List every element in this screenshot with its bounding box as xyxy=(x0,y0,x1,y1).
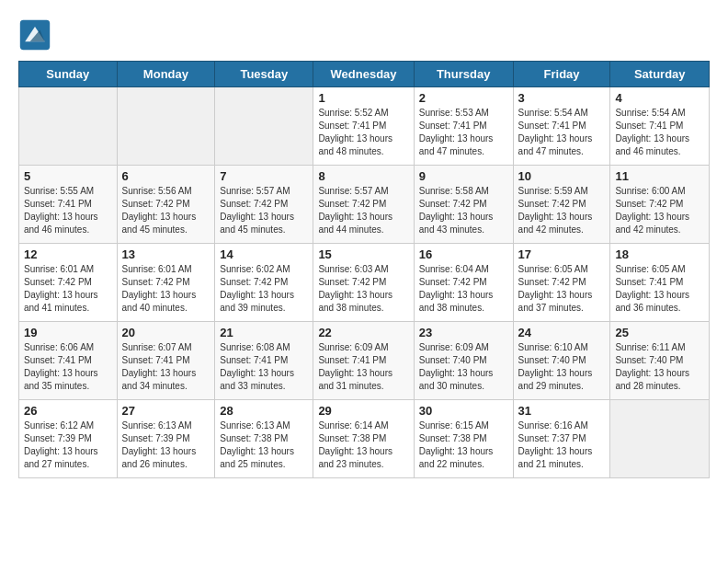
calendar-cell: 21Sunrise: 6:08 AM Sunset: 7:41 PM Dayli… xyxy=(215,322,313,400)
calendar-cell: 31Sunrise: 6:16 AM Sunset: 7:37 PM Dayli… xyxy=(513,400,610,478)
day-number: 31 xyxy=(518,404,606,418)
day-info: Sunrise: 6:13 AM Sunset: 7:38 PM Dayligh… xyxy=(220,419,308,471)
page-header xyxy=(18,18,710,52)
day-info: Sunrise: 5:57 AM Sunset: 7:42 PM Dayligh… xyxy=(220,185,308,236)
day-info: Sunrise: 5:58 AM Sunset: 7:42 PM Dayligh… xyxy=(419,185,508,236)
days-header-row: SundayMondayTuesdayWednesdayThursdayFrid… xyxy=(19,62,710,87)
day-number: 6 xyxy=(122,169,210,183)
day-info: Sunrise: 6:16 AM Sunset: 7:37 PM Dayligh… xyxy=(518,419,606,471)
calendar-cell xyxy=(19,87,118,166)
calendar-cell: 2Sunrise: 5:53 AM Sunset: 7:41 PM Daylig… xyxy=(414,87,513,166)
calendar-cell: 29Sunrise: 6:14 AM Sunset: 7:38 PM Dayli… xyxy=(313,400,414,478)
calendar-cell: 9Sunrise: 5:58 AM Sunset: 7:42 PM Daylig… xyxy=(414,166,513,244)
calendar-cell: 13Sunrise: 6:01 AM Sunset: 7:42 PM Dayli… xyxy=(117,244,215,322)
logo xyxy=(18,18,55,52)
day-number: 14 xyxy=(220,247,308,261)
calendar-cell: 4Sunrise: 5:54 AM Sunset: 7:41 PM Daylig… xyxy=(610,87,710,166)
logo-icon xyxy=(18,18,51,52)
day-info: Sunrise: 6:04 AM Sunset: 7:42 PM Dayligh… xyxy=(419,263,508,315)
day-number: 28 xyxy=(220,404,308,418)
day-info: Sunrise: 6:01 AM Sunset: 7:42 PM Dayligh… xyxy=(24,263,112,315)
day-number: 21 xyxy=(220,326,308,339)
week-row-2: 5Sunrise: 5:55 AM Sunset: 7:41 PM Daylig… xyxy=(19,166,710,244)
calendar-cell: 16Sunrise: 6:04 AM Sunset: 7:42 PM Dayli… xyxy=(414,244,513,322)
day-info: Sunrise: 6:11 AM Sunset: 7:40 PM Dayligh… xyxy=(615,341,704,393)
day-number: 11 xyxy=(615,169,704,183)
day-number: 27 xyxy=(122,404,210,418)
day-number: 25 xyxy=(615,326,704,339)
calendar-cell: 18Sunrise: 6:05 AM Sunset: 7:41 PM Dayli… xyxy=(610,244,710,322)
day-number: 24 xyxy=(518,326,606,339)
day-info: Sunrise: 6:15 AM Sunset: 7:38 PM Dayligh… xyxy=(419,419,508,471)
day-info: Sunrise: 5:52 AM Sunset: 7:41 PM Dayligh… xyxy=(318,107,408,158)
day-number: 18 xyxy=(615,247,704,261)
day-info: Sunrise: 6:07 AM Sunset: 7:41 PM Dayligh… xyxy=(122,341,210,393)
calendar-cell: 25Sunrise: 6:11 AM Sunset: 7:40 PM Dayli… xyxy=(610,322,710,400)
day-header-thursday: Thursday xyxy=(414,62,513,87)
calendar-cell xyxy=(117,87,215,166)
day-info: Sunrise: 5:56 AM Sunset: 7:42 PM Dayligh… xyxy=(122,185,210,236)
calendar-cell: 7Sunrise: 5:57 AM Sunset: 7:42 PM Daylig… xyxy=(215,166,313,244)
calendar-cell: 12Sunrise: 6:01 AM Sunset: 7:42 PM Dayli… xyxy=(19,244,118,322)
day-info: Sunrise: 5:57 AM Sunset: 7:42 PM Dayligh… xyxy=(318,185,408,236)
day-number: 26 xyxy=(24,404,112,418)
day-info: Sunrise: 5:55 AM Sunset: 7:41 PM Dayligh… xyxy=(24,185,112,236)
calendar-cell: 17Sunrise: 6:05 AM Sunset: 7:42 PM Dayli… xyxy=(513,244,610,322)
day-info: Sunrise: 6:00 AM Sunset: 7:42 PM Dayligh… xyxy=(615,185,704,236)
day-header-tuesday: Tuesday xyxy=(215,62,313,87)
day-info: Sunrise: 5:54 AM Sunset: 7:41 PM Dayligh… xyxy=(615,107,704,158)
week-row-1: 1Sunrise: 5:52 AM Sunset: 7:41 PM Daylig… xyxy=(19,87,710,166)
day-info: Sunrise: 6:13 AM Sunset: 7:39 PM Dayligh… xyxy=(122,419,210,471)
calendar-cell: 5Sunrise: 5:55 AM Sunset: 7:41 PM Daylig… xyxy=(19,166,118,244)
calendar-cell: 20Sunrise: 6:07 AM Sunset: 7:41 PM Dayli… xyxy=(117,322,215,400)
calendar-cell: 26Sunrise: 6:12 AM Sunset: 7:39 PM Dayli… xyxy=(19,400,118,478)
calendar-cell: 6Sunrise: 5:56 AM Sunset: 7:42 PM Daylig… xyxy=(117,166,215,244)
day-info: Sunrise: 5:54 AM Sunset: 7:41 PM Dayligh… xyxy=(518,107,606,158)
calendar-cell: 14Sunrise: 6:02 AM Sunset: 7:42 PM Dayli… xyxy=(215,244,313,322)
day-number: 15 xyxy=(318,247,408,261)
calendar-cell: 3Sunrise: 5:54 AM Sunset: 7:41 PM Daylig… xyxy=(513,87,610,166)
day-number: 2 xyxy=(419,91,508,105)
week-row-4: 19Sunrise: 6:06 AM Sunset: 7:41 PM Dayli… xyxy=(19,322,710,400)
calendar-cell: 15Sunrise: 6:03 AM Sunset: 7:42 PM Dayli… xyxy=(313,244,414,322)
day-info: Sunrise: 6:09 AM Sunset: 7:40 PM Dayligh… xyxy=(419,341,508,393)
calendar-cell: 24Sunrise: 6:10 AM Sunset: 7:40 PM Dayli… xyxy=(513,322,610,400)
calendar-cell: 23Sunrise: 6:09 AM Sunset: 7:40 PM Dayli… xyxy=(414,322,513,400)
day-info: Sunrise: 6:01 AM Sunset: 7:42 PM Dayligh… xyxy=(122,263,210,315)
day-info: Sunrise: 6:12 AM Sunset: 7:39 PM Dayligh… xyxy=(24,419,112,471)
day-header-monday: Monday xyxy=(117,62,215,87)
day-number: 1 xyxy=(318,91,408,105)
day-number: 4 xyxy=(615,91,704,105)
day-number: 10 xyxy=(518,169,606,183)
calendar-cell xyxy=(610,400,710,478)
day-info: Sunrise: 6:03 AM Sunset: 7:42 PM Dayligh… xyxy=(318,263,408,315)
calendar-cell: 10Sunrise: 5:59 AM Sunset: 7:42 PM Dayli… xyxy=(513,166,610,244)
day-info: Sunrise: 6:05 AM Sunset: 7:42 PM Dayligh… xyxy=(518,263,606,315)
calendar-cell: 11Sunrise: 6:00 AM Sunset: 7:42 PM Dayli… xyxy=(610,166,710,244)
calendar-cell xyxy=(215,87,313,166)
day-header-saturday: Saturday xyxy=(610,62,710,87)
day-info: Sunrise: 6:06 AM Sunset: 7:41 PM Dayligh… xyxy=(24,341,112,393)
calendar-cell: 28Sunrise: 6:13 AM Sunset: 7:38 PM Dayli… xyxy=(215,400,313,478)
day-info: Sunrise: 6:10 AM Sunset: 7:40 PM Dayligh… xyxy=(518,341,606,393)
day-number: 5 xyxy=(24,169,112,183)
day-info: Sunrise: 6:08 AM Sunset: 7:41 PM Dayligh… xyxy=(220,341,308,393)
day-number: 30 xyxy=(419,404,508,418)
calendar-cell: 1Sunrise: 5:52 AM Sunset: 7:41 PM Daylig… xyxy=(313,87,414,166)
day-info: Sunrise: 5:59 AM Sunset: 7:42 PM Dayligh… xyxy=(518,185,606,236)
day-number: 19 xyxy=(24,326,112,339)
day-info: Sunrise: 6:05 AM Sunset: 7:41 PM Dayligh… xyxy=(615,263,704,315)
day-info: Sunrise: 6:09 AM Sunset: 7:41 PM Dayligh… xyxy=(318,341,408,393)
day-number: 8 xyxy=(318,169,408,183)
day-info: Sunrise: 6:02 AM Sunset: 7:42 PM Dayligh… xyxy=(220,263,308,315)
day-header-sunday: Sunday xyxy=(19,62,118,87)
day-number: 17 xyxy=(518,247,606,261)
calendar-cell: 19Sunrise: 6:06 AM Sunset: 7:41 PM Dayli… xyxy=(19,322,118,400)
calendar-cell: 30Sunrise: 6:15 AM Sunset: 7:38 PM Dayli… xyxy=(414,400,513,478)
day-number: 7 xyxy=(220,169,308,183)
week-row-3: 12Sunrise: 6:01 AM Sunset: 7:42 PM Dayli… xyxy=(19,244,710,322)
day-number: 23 xyxy=(419,326,508,339)
day-number: 16 xyxy=(419,247,508,261)
day-header-friday: Friday xyxy=(513,62,610,87)
calendar-table: SundayMondayTuesdayWednesdayThursdayFrid… xyxy=(18,61,710,478)
